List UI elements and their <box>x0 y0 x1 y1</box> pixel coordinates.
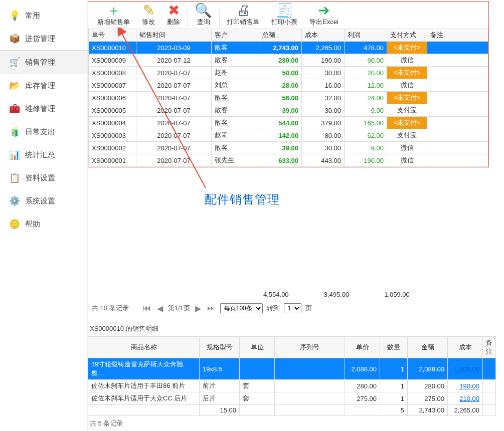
cell-time: 2020-07-07 <box>136 67 212 79</box>
last-page-button[interactable]: ⏭ <box>206 304 216 313</box>
cell-cust: 散客 <box>212 104 259 117</box>
col-cost[interactable]: 成本 <box>302 29 345 42</box>
cell-cost: 2,265.00 <box>302 42 345 54</box>
unpaid-badge: <未支付> <box>387 92 427 104</box>
bottom-panel: 4,554.00 3,495.00 1,059.00 共 10 条记录 ⏮ ◀ … <box>88 289 504 431</box>
col-total[interactable]: 总额 <box>259 29 302 42</box>
totals-total: 4,554.00 <box>263 291 289 298</box>
export-label: 导出Excel <box>309 18 339 27</box>
sidebar-item-4[interactable]: 🧰维修管理 <box>0 97 87 120</box>
record-count: 共 10 条记录 <box>92 304 129 313</box>
dcol-cost[interactable]: 成本 <box>448 337 483 358</box>
dcell-name: 佐佐木刹车片适用于丰田86 前片 <box>88 380 200 392</box>
add-sales-button[interactable]: ＋ 新增销售单 <box>91 3 136 29</box>
cell-profit: 478.00 <box>345 42 387 54</box>
table-row[interactable]: XS00000012020-07-07张先生633.00443.00190.00… <box>89 154 488 167</box>
dcell-spec: 19x8.5 <box>200 358 240 380</box>
detail-title: XS0000010 的销售明细 <box>88 321 496 336</box>
detail-row[interactable]: 19寸轮毂铸造雷克萨斯大众奔驰奥…19x8.52,088.0012,088.00… <box>88 358 496 380</box>
cell-total: 39.00 <box>259 104 302 117</box>
table-row[interactable]: XS00000062020-07-07散客56.0032.0024.00<未支付… <box>89 92 488 104</box>
cell-time: 2020-07-07 <box>136 154 212 167</box>
delete-label: 删除 <box>167 18 180 27</box>
sidebar-item-0[interactable]: 💡常用 <box>0 4 87 27</box>
sidebar-item-3[interactable]: 📂库存管理 <box>0 74 87 97</box>
dcol-amount[interactable]: 金额 <box>408 337 448 358</box>
edit-button[interactable]: ✎ 修改 <box>136 3 161 29</box>
dcol-unit[interactable]: 单位 <box>240 337 275 358</box>
sidebar-icon-9: 🪙 <box>9 219 20 230</box>
summary-cell <box>240 405 275 416</box>
table-row[interactable]: XS00000092020-07-12散客280.00190.0090.00微信 <box>89 54 488 67</box>
dcell-cost[interactable]: 210.00 <box>448 392 483 405</box>
sidebar-item-2[interactable]: 🛒销售管理 <box>0 50 87 74</box>
table-row[interactable]: XS00000072020-07-07刘总28.0016.0012.00微信 <box>89 79 488 92</box>
dcol-name[interactable]: 商品名称 <box>88 337 200 358</box>
dcell-cost[interactable]: 1,800.00 <box>448 358 483 380</box>
next-page-button[interactable]: ▶ <box>194 304 202 313</box>
query-button[interactable]: 🔍 查询 <box>189 3 218 29</box>
sidebar-item-7[interactable]: 📋资料设置 <box>0 166 87 189</box>
table-row[interactable]: XS00000052020-07-07散客39.0030.009.00支付宝 <box>89 104 488 117</box>
cell-cost: 379.00 <box>302 117 345 129</box>
cost-link[interactable]: 190.00 <box>459 382 479 390</box>
table-row[interactable]: XS00000042020-07-07散客544.00379.00165.00<… <box>89 117 488 129</box>
summary-cell: 5 <box>380 405 408 416</box>
dcol-serial[interactable]: 序列号 <box>275 337 345 358</box>
detail-table[interactable]: 商品名称 规格型号 单位 序列号 单价 数量 金额 成本 备注 19寸轮毂铸造雷… <box>88 336 496 416</box>
table-row[interactable]: XS00000082020-07-07赵哥50.0030.0020.00<未支付… <box>89 67 488 79</box>
dcol-qty[interactable]: 数量 <box>380 337 408 358</box>
cell-pay: <未支付> <box>387 67 427 79</box>
dcell-qty: 1 <box>380 392 408 405</box>
prev-page-button[interactable]: ◀ <box>156 304 164 313</box>
print-receipt-button[interactable]: 🧾 打印小票 <box>265 3 303 29</box>
table-row[interactable]: XS00000102023-03-09散客2,743.002,265.00478… <box>89 42 488 54</box>
cell-cust: 散客 <box>212 92 259 104</box>
dcell-name: 19寸轮毂铸造雷克萨斯大众奔驰奥… <box>88 358 200 380</box>
add-icon: ＋ <box>107 4 121 18</box>
first-page-button[interactable]: ⏮ <box>142 304 152 313</box>
dcol-price[interactable]: 单价 <box>345 337 380 358</box>
cell-profit: 12.00 <box>345 79 387 92</box>
table-row[interactable]: XS00000022020-07-07散客39.0030.009.00微信 <box>89 142 488 154</box>
sidebar-icon-1: 📦 <box>9 33 20 44</box>
detail-section: XS0000010 的销售明细 商品名称 规格型号 单位 序列号 单价 数量 金… <box>88 321 496 431</box>
unpaid-badge: <未支付> <box>387 117 427 129</box>
delete-button[interactable]: ✖ 删除 <box>161 3 186 29</box>
export-excel-button[interactable]: ➔ 导出Excel <box>303 3 345 29</box>
dcol-remark[interactable]: 备注 <box>483 337 496 358</box>
cost-link[interactable]: 1,800.00 <box>454 365 479 373</box>
print-sales-button[interactable]: 🖨 打印销售单 <box>221 3 265 29</box>
col-remark[interactable]: 备注 <box>427 29 488 42</box>
col-sn[interactable]: 单号 <box>89 29 136 42</box>
cell-total: 50.00 <box>259 67 302 79</box>
col-pay[interactable]: 支付方式 <box>387 29 427 42</box>
sidebar-item-1[interactable]: 📦进货管理 <box>0 27 87 50</box>
cell-pay: <未支付> <box>387 42 427 54</box>
col-profit[interactable]: 利润 <box>345 29 387 42</box>
dcol-spec[interactable]: 规格型号 <box>200 337 240 358</box>
cost-link[interactable]: 210.00 <box>459 395 479 402</box>
col-cust[interactable]: 客户 <box>212 29 259 42</box>
per-page-select[interactable]: 每页100条 <box>220 303 263 313</box>
sidebar-item-label: 常用 <box>25 11 40 21</box>
summary-cell: 2,743.00 <box>408 405 448 416</box>
sidebar-item-5[interactable]: 🧃日常支出 <box>0 120 87 143</box>
detail-row[interactable]: 佐佐木刹车片适用于大众CC 后片后片套275.001275.00210.00 <box>88 392 496 405</box>
sidebar-icon-0: 💡 <box>9 10 20 21</box>
sidebar-item-9[interactable]: 🪙帮助 <box>0 212 87 236</box>
sales-table[interactable]: 单号 销售时间 客户 总额 成本 利润 支付方式 备注 XS0000010202… <box>88 29 488 167</box>
receipt-icon: 🧾 <box>276 4 293 18</box>
table-row[interactable]: XS00000032020-07-07赵哥142.0080.0062.00支付宝 <box>89 129 488 142</box>
goto-page-select[interactable]: 1 <box>284 303 301 313</box>
cell-remark <box>427 79 488 92</box>
dcell-cost[interactable]: 190.00 <box>448 380 483 392</box>
sidebar-item-8[interactable]: ⚙️系统设置 <box>0 189 87 212</box>
cell-profit: 24.00 <box>345 92 387 104</box>
col-time[interactable]: 销售时间 <box>136 29 212 42</box>
cell-time: 2020-07-07 <box>136 104 212 117</box>
cell-total: 2,743.00 <box>259 42 302 54</box>
cell-remark <box>427 142 488 154</box>
detail-row[interactable]: 佐佐木刹车片适用于丰田86 前片前片套280.001280.00190.00 <box>88 380 496 392</box>
sidebar-item-6[interactable]: 📊统计汇总 <box>0 143 87 166</box>
